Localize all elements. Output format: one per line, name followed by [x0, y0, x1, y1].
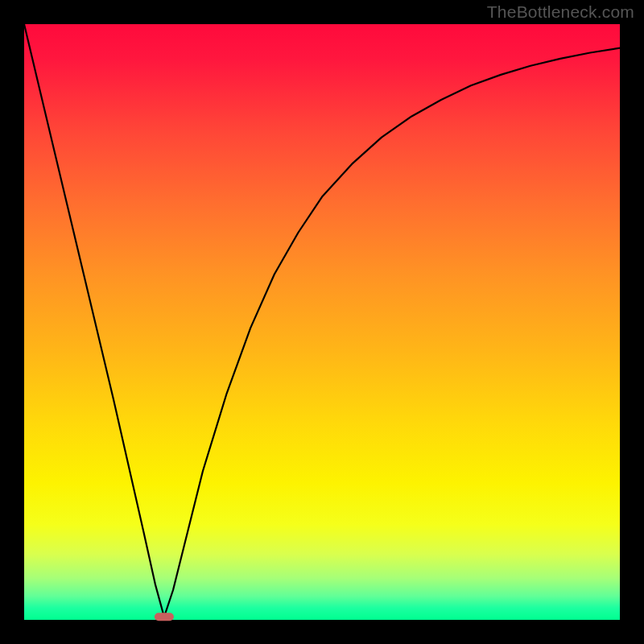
chart-frame: TheBottleneck.com — [0, 0, 644, 644]
plot-area — [24, 24, 620, 620]
watermark-text: TheBottleneck.com — [487, 2, 634, 22]
bottleneck-curve — [24, 24, 620, 617]
optimum-marker — [155, 613, 174, 621]
curve-svg — [24, 24, 620, 620]
